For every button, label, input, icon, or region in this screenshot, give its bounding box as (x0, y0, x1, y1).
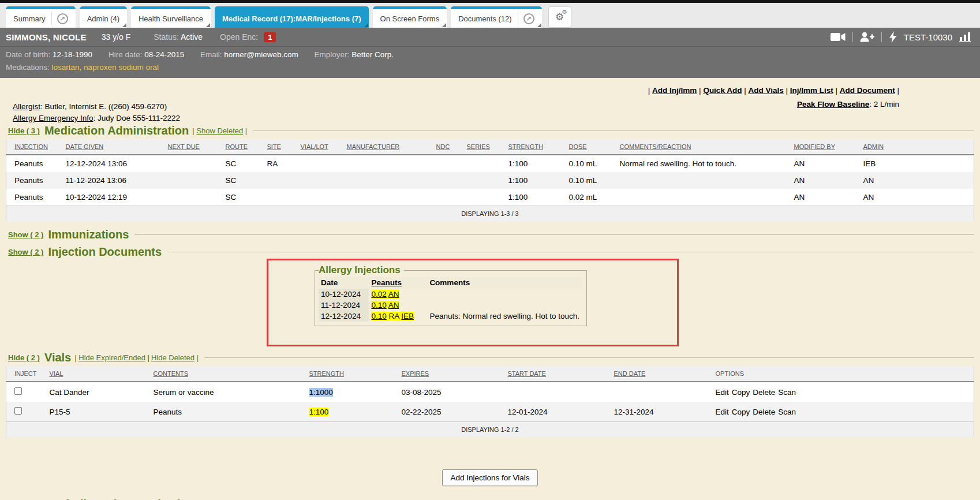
copy-link[interactable]: Copy (732, 408, 750, 416)
cell-strength: 1:100 (500, 189, 561, 206)
immunizations-section-header: Show ( 2 ) Immunizations (8, 228, 974, 241)
vials-header-row: INJECT VIAL CONTENTS STRENGTH EXPIRES ST… (6, 366, 974, 382)
tab-documents-label: Documents (12) (458, 14, 511, 23)
mar-row: Peanuts 11-12-2024 13:06 SC 1:100 0.10 m… (6, 172, 974, 189)
allergy-header-row: Date Peanuts Comments (319, 277, 583, 289)
tab-summary[interactable]: Summary ↗ (6, 6, 76, 28)
immunizations-show-toggle[interactable]: Show ( 2 ) (8, 230, 43, 239)
col-end-date: END DATE (614, 370, 646, 377)
mar-row: Peanuts 12-12-2024 13:06 SC RA 1:100 0.1… (6, 155, 974, 172)
open-enc-badge[interactable]: 1 (264, 32, 276, 42)
vial-inject-checkbox[interactable] (14, 387, 22, 395)
allergist-link[interactable]: Allergist (13, 102, 40, 111)
add-vials-link[interactable]: Add Vials (748, 86, 783, 95)
vials-hide-toggle[interactable]: Hide ( 2 ) (8, 353, 40, 362)
inj-imm-list-link[interactable]: Inj/Imm List (790, 86, 833, 95)
allergy-emergency-info-link[interactable]: Allergy Emergency Info (13, 114, 93, 122)
col-date-given: DATE GIVEN (66, 143, 104, 150)
tab-summary-label: Summary (13, 14, 46, 23)
tab-admin[interactable]: Admin (4) (80, 6, 127, 28)
medication-naproxen[interactable]: naproxen sodium oral (80, 63, 159, 72)
allergy-injections-title: Allergy Injections (319, 264, 404, 276)
cell-route: SC (218, 189, 259, 206)
immunizations-title: Immunizations (48, 228, 129, 241)
cell-date: 10-12-2024 (319, 289, 369, 300)
allergy-row: 11-12-2024 0.10 AN (319, 300, 583, 311)
cell-comments (612, 189, 786, 206)
tab-medical-record[interactable]: Medical Record (17):MAR/Injections (7) (215, 6, 369, 28)
cell-next-due (160, 155, 218, 172)
scan-link[interactable]: Scan (778, 388, 796, 397)
col-vial-lot: VIAL/LOT (301, 143, 328, 150)
initials-link[interactable]: AN (388, 290, 399, 298)
scan-link[interactable]: Scan (778, 408, 796, 416)
cell-admin: IEB (855, 155, 974, 172)
tab-documents[interactable]: Documents (12) ↗ (451, 6, 541, 28)
add-inj-imm-link[interactable]: Add Inj/Imm (652, 86, 697, 95)
section-rule (204, 357, 974, 358)
dose-link[interactable]: 0.10 (371, 301, 386, 309)
cell-dose: 0.10 mL (561, 172, 612, 189)
edit-link[interactable]: Edit (716, 388, 729, 397)
vial-row: P15-5 Peanuts 1:100 02-22-2025 12-01-202… (6, 402, 974, 422)
status-value: Active (181, 32, 203, 42)
section-rule (134, 234, 974, 235)
delete-link[interactable]: Delete (753, 408, 775, 416)
popout-icon[interactable]: ↗ (523, 13, 534, 24)
add-document-link[interactable]: Add Document (840, 86, 895, 95)
medication-losartan[interactable]: losartan (52, 63, 80, 72)
cell-contents: Peanuts (145, 402, 301, 422)
cell-dose: 0.10 mL (561, 155, 612, 172)
email-label: Email: (200, 50, 222, 59)
med-admin-title: Medication Administration (44, 124, 189, 137)
popout-icon[interactable]: ↗ (57, 13, 68, 24)
med-admin-hide-toggle[interactable]: Hide ( 3 ) (8, 126, 40, 135)
contraindicated-title: Contraindicated Immunizations (29, 498, 201, 500)
vials-table: INJECT VIAL CONTENTS STRENGTH EXPIRES ST… (6, 366, 974, 437)
video-camera-icon[interactable] (831, 32, 846, 42)
vials-paging-status: DISPLAYING 1-2 / 2 (6, 422, 974, 438)
add-injections-for-vials-button[interactable]: Add Injections for Vials (442, 469, 537, 486)
medications-label: Medications: (6, 63, 50, 72)
vial-inject-checkbox[interactable] (14, 407, 22, 415)
settings-button[interactable]: ⚙ ⚙ (548, 6, 571, 28)
cell-date-given: 10-12-2024 12:19 (58, 189, 160, 206)
col-strength: STRENGTH (309, 370, 345, 377)
cell-vial-lot (293, 155, 339, 172)
dose-link[interactable]: 0.02 (371, 290, 386, 298)
cell-site (259, 172, 293, 189)
patient-name: SIMMONS, NICOLE (6, 32, 87, 42)
flowsheet-chart-icon[interactable] (959, 32, 972, 42)
col-comments: Comments (427, 277, 583, 289)
admin-initials-link[interactable]: IEB (401, 312, 414, 320)
show-deleted-link[interactable]: Show Deleted (196, 126, 243, 135)
tab-health-surveillance[interactable]: Health Surveillance (131, 6, 211, 28)
peak-flow-baseline-link[interactable]: Peak Flow Baseline (797, 100, 869, 109)
edit-link[interactable]: Edit (716, 408, 729, 416)
injection-documents-show-toggle[interactable]: Show ( 2 ) (8, 248, 43, 256)
allergy-injections-region: Allergy Injections Date Peanuts Comments… (0, 259, 980, 346)
copy-link[interactable]: Copy (732, 388, 750, 397)
dob-value: 12-18-1990 (53, 50, 92, 59)
col-manufacturer: MANUFACTURER (347, 143, 400, 150)
patient-header-band: SIMMONS, NICOLE 33 y/o F Status: Active … (0, 28, 980, 46)
cell-vial: Cat Dander (42, 382, 145, 402)
cell-options: EditCopyDeleteScan (708, 382, 974, 402)
hide-deleted-link[interactable]: Hide Deleted (151, 353, 194, 362)
lightning-icon[interactable] (889, 31, 897, 43)
cell-modified-by: AN (786, 172, 855, 189)
dose-link[interactable]: 0.10 (371, 312, 386, 320)
cell-comments (612, 172, 786, 189)
tab-on-screen-forms[interactable]: On Screen Forms (373, 6, 447, 28)
add-person-icon[interactable] (860, 32, 874, 42)
cell-date: 12-12-2024 (319, 311, 369, 322)
delete-link[interactable]: Delete (753, 388, 775, 397)
cell-next-due (160, 172, 218, 189)
quick-add-link[interactable]: Quick Add (703, 86, 742, 95)
open-enc-label: Open Enc: (220, 32, 258, 42)
col-injection: INJECTION (14, 143, 48, 150)
initials-link[interactable]: AN (388, 301, 399, 309)
section-rule (167, 252, 974, 252)
hide-expired-ended-link[interactable]: Hide Expired/Ended (78, 353, 145, 362)
mar-injections-content: Allergist: Butler, Internist E. ((260) 4… (0, 86, 980, 500)
